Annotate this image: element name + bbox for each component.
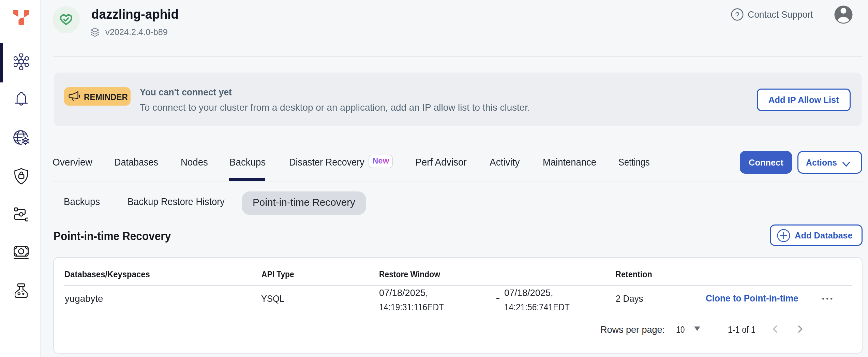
svg-text:?: ?	[735, 11, 739, 19]
